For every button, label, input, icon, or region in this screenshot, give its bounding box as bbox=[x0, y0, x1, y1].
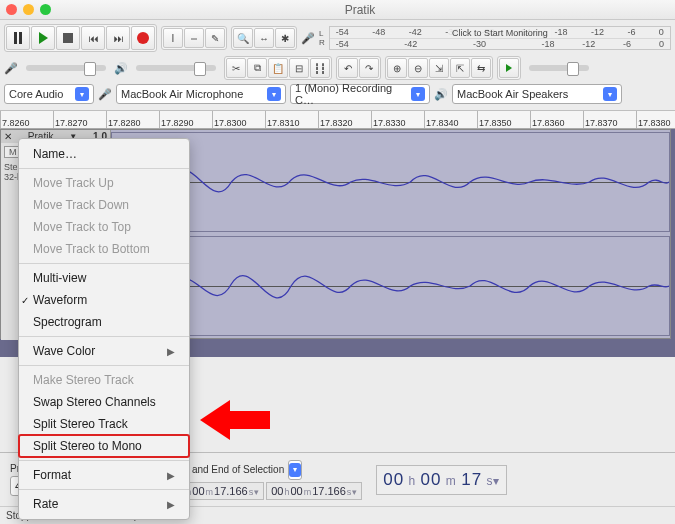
trim-button[interactable]: ⊟ bbox=[289, 58, 309, 78]
track-dropdown-menu: Name… Move Track Up Move Track Down Move… bbox=[18, 138, 190, 520]
menu-move-bottom: Move Track to Bottom bbox=[19, 238, 189, 260]
skip-end-button[interactable]: ⏭ bbox=[106, 26, 130, 50]
menu-format[interactable]: Format▶ bbox=[19, 464, 189, 486]
menu-split-stereo[interactable]: Split Stereo Track bbox=[19, 413, 189, 435]
waveform-right[interactable] bbox=[111, 236, 670, 336]
chevron-right-icon: ▶ bbox=[167, 346, 175, 357]
window-title: Pratik bbox=[51, 3, 669, 17]
mic-slider-icon: 🎤 bbox=[4, 61, 18, 75]
menu-spectrogram[interactable]: Spectrogram bbox=[19, 311, 189, 333]
redo-button[interactable]: ↷ bbox=[359, 58, 379, 78]
maximize-icon[interactable] bbox=[40, 4, 51, 15]
window-controls bbox=[6, 4, 51, 15]
silence-button[interactable]: ┇┇ bbox=[310, 58, 330, 78]
playback-volume-slider[interactable] bbox=[136, 65, 216, 71]
ruler-tick: 17.8270 bbox=[53, 111, 106, 128]
toolbar-area: ⏮ ⏭ I ⎼ ✎ 🔍 ↔ ✱ 🎤 L R Click to Start Mon… bbox=[0, 20, 675, 111]
audio-position[interactable]: 00 h 00 m 17 s▾ bbox=[376, 465, 507, 495]
playback-speed-slider[interactable] bbox=[529, 65, 589, 71]
zoom-in-button[interactable]: ⊕ bbox=[387, 58, 407, 78]
ruler-tick: 17.8320 bbox=[318, 111, 371, 128]
ruler-tick: 17.8330 bbox=[371, 111, 424, 128]
play-button[interactable] bbox=[31, 26, 55, 50]
playback-device-select[interactable]: MacBook Air Speakers▾ bbox=[452, 84, 622, 104]
chevron-down-icon: ▾ bbox=[289, 463, 301, 477]
selection-tool[interactable]: I bbox=[163, 28, 183, 48]
chevron-down-icon: ▾ bbox=[267, 87, 281, 101]
menu-make-stereo: Make Stereo Track bbox=[19, 369, 189, 391]
menu-wave-color[interactable]: Wave Color▶ bbox=[19, 340, 189, 362]
draw-tool[interactable]: ✎ bbox=[205, 28, 225, 48]
cut-button[interactable]: ✂ bbox=[226, 58, 246, 78]
device-toolbar: Core Audio▾ 🎤 MacBook Air Microphone▾ 1 … bbox=[4, 82, 671, 106]
selection-mode-select[interactable]: ▾ bbox=[288, 460, 302, 480]
waveform-left[interactable] bbox=[111, 132, 670, 232]
recording-volume-slider[interactable] bbox=[26, 65, 106, 71]
zoom-toggle-button[interactable]: ⇆ bbox=[471, 58, 491, 78]
tools-group: I ⎼ ✎ bbox=[161, 26, 227, 50]
meter-l-label: L bbox=[319, 29, 325, 38]
audio-host-select[interactable]: Core Audio▾ bbox=[4, 84, 94, 104]
zoom-tool[interactable]: 🔍 bbox=[233, 28, 253, 48]
chevron-down-icon: ▾ bbox=[411, 87, 425, 101]
ruler-tick: 17.8300 bbox=[212, 111, 265, 128]
undo-button[interactable]: ↶ bbox=[338, 58, 358, 78]
titlebar: Pratik bbox=[0, 0, 675, 20]
mic-icon: 🎤 bbox=[301, 31, 315, 45]
edit-group: ✂ ⧉ 📋 ⊟ ┇┇ bbox=[224, 56, 332, 80]
selection-end-time[interactable]: 00h 00m 17.166s▾ bbox=[266, 482, 362, 500]
pause-button[interactable] bbox=[6, 26, 30, 50]
ruler-tick: 17.8350 bbox=[477, 111, 530, 128]
menu-rate[interactable]: Rate▶ bbox=[19, 493, 189, 515]
menu-split-stereo-mono[interactable]: Split Stereo to Mono bbox=[19, 435, 189, 457]
chevron-down-icon: ▾ bbox=[603, 87, 617, 101]
timeshift-tool[interactable]: ↔ bbox=[254, 28, 274, 48]
copy-button[interactable]: ⧉ bbox=[247, 58, 267, 78]
playback-device-label: MacBook Air Speakers bbox=[457, 88, 568, 100]
meter-r-label: R bbox=[319, 38, 325, 47]
chevron-down-icon: ▾ bbox=[75, 87, 89, 101]
multi-tool[interactable]: ✱ bbox=[275, 28, 295, 48]
play-at-speed-button[interactable] bbox=[499, 58, 519, 78]
fit-selection-button[interactable]: ⇲ bbox=[429, 58, 449, 78]
track-close-icon[interactable]: ✕ bbox=[4, 131, 12, 142]
minimize-icon[interactable] bbox=[23, 4, 34, 15]
annotation-arrow bbox=[200, 395, 270, 445]
menu-name[interactable]: Name… bbox=[19, 143, 189, 165]
svg-marker-0 bbox=[200, 400, 270, 440]
ruler-tick: 7.8260 bbox=[0, 111, 53, 128]
skip-start-button[interactable]: ⏮ bbox=[81, 26, 105, 50]
recording-channels-select[interactable]: 1 (Mono) Recording C…▾ bbox=[290, 84, 430, 104]
ruler-tick: 17.8280 bbox=[106, 111, 159, 128]
menu-move-down: Move Track Down bbox=[19, 194, 189, 216]
recording-channels-label: 1 (Mono) Recording C… bbox=[295, 82, 411, 106]
menu-swap-channels[interactable]: Swap Stereo Channels bbox=[19, 391, 189, 413]
recording-device-select[interactable]: MacBook Air Microphone▾ bbox=[116, 84, 286, 104]
chevron-right-icon: ▶ bbox=[167, 470, 175, 481]
audio-host-label: Core Audio bbox=[9, 88, 63, 100]
menu-multi-view[interactable]: Multi-view bbox=[19, 267, 189, 289]
close-icon[interactable] bbox=[6, 4, 17, 15]
envelope-tool[interactable]: ⎼ bbox=[184, 28, 204, 48]
mic-device-icon: 🎤 bbox=[98, 87, 112, 101]
paste-button[interactable]: 📋 bbox=[268, 58, 288, 78]
ruler-tick: 17.8340 bbox=[424, 111, 477, 128]
menu-move-top: Move Track to Top bbox=[19, 216, 189, 238]
play-at-speed-group bbox=[497, 56, 521, 80]
recording-device-label: MacBook Air Microphone bbox=[121, 88, 243, 100]
record-button[interactable] bbox=[131, 26, 155, 50]
speaker-slider-icon: 🔊 bbox=[114, 61, 128, 75]
zoom-out-button[interactable]: ⊖ bbox=[408, 58, 428, 78]
recording-meter[interactable]: Click to Start Monitoring -54-48-42-36-3… bbox=[329, 26, 671, 50]
chevron-right-icon: ▶ bbox=[167, 499, 175, 510]
meter-monitor-msg[interactable]: Click to Start Monitoring bbox=[448, 28, 552, 38]
menu-move-up: Move Track Up bbox=[19, 172, 189, 194]
ruler-tick: 17.8380 bbox=[636, 111, 675, 128]
stop-button[interactable] bbox=[56, 26, 80, 50]
timeline-ruler[interactable]: 7.826017.827017.828017.829017.830017.831… bbox=[0, 111, 675, 129]
fit-project-button[interactable]: ⇱ bbox=[450, 58, 470, 78]
check-icon: ✓ bbox=[21, 295, 29, 306]
zoom-group: ⊕ ⊖ ⇲ ⇱ ⇆ bbox=[385, 56, 493, 80]
menu-waveform[interactable]: ✓Waveform bbox=[19, 289, 189, 311]
undo-group: ↶ ↷ bbox=[336, 56, 381, 80]
